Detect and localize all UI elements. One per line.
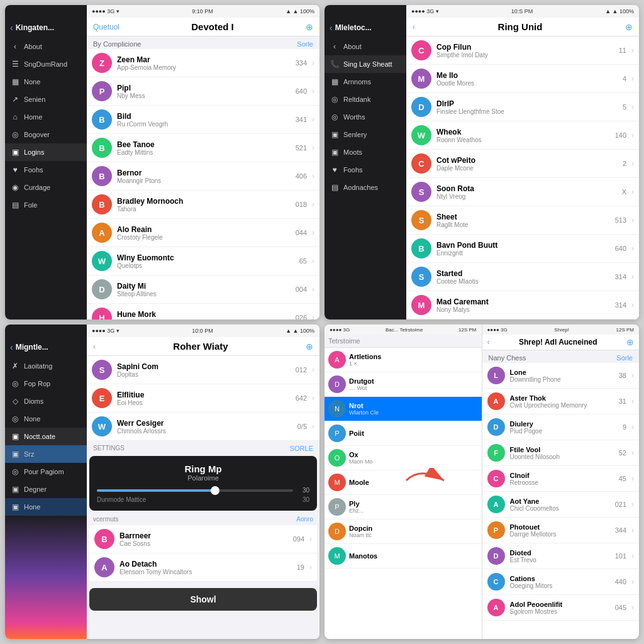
contact-item[interactable]: DDiuleryPiud Pogoe9› (482, 414, 640, 440)
sidebar-item-foohs[interactable]: ♥ Foohs (5, 161, 87, 179)
sidebar-item-none[interactable]: ▦ None (5, 73, 87, 91)
contact-item[interactable]: AAster ThokCwit Uprochecing Memonry31› (482, 389, 640, 414)
sidebar-item-arnnoms[interactable]: ▦ Arnnoms (325, 73, 406, 91)
contact-item[interactable]: FFtile VoolUoonted Nilosooh52› (482, 440, 640, 466)
list-item[interactable]: D Dopcin Noam ttc (325, 519, 482, 544)
contact-item[interactable]: DDlrIPFinslee Llengthfme Stoe5› (406, 93, 639, 121)
sort-button-br[interactable]: Sorle (616, 354, 633, 362)
contact-item[interactable]: A Alo Reain Crostoty Flegele 044 › (87, 219, 319, 247)
sidebar-item-reltdank[interactable]: ◎ Reltdank (325, 91, 406, 108)
slider-thumb[interactable] (211, 486, 219, 495)
nav-icon-br[interactable]: ⊕ (626, 337, 634, 347)
contact-item[interactable]: Z Zeen Mar App-Semoia Memory 334 › (87, 49, 319, 77)
contact-item[interactable]: CCop FilunSimpthe Imol Daty11› (406, 36, 639, 65)
list-item[interactable]: O Ox Maon Mo (325, 446, 482, 470)
contact-item[interactable]: CCationsOoeging Mitors440› (482, 569, 640, 595)
sidebar-item-noctt[interactable]: ▣Noctt.oate (5, 428, 87, 445)
contact-item[interactable]: CCot wPeitoDaple Mcone2› (406, 150, 639, 178)
contact-item[interactable]: EElflitiueEoi Heos642› (87, 384, 319, 413)
nav-back[interactable]: Quetuol (93, 23, 119, 31)
sidebar-item-about[interactable]: ‹ About (5, 38, 87, 55)
sidebar-item-about-tr[interactable]: ‹ About (325, 38, 406, 55)
avatar: B (92, 166, 112, 186)
contact-item[interactable]: AAo DetachElensorn Tomy Wincaltors19› (89, 553, 317, 582)
aonro-link[interactable]: Aonro (296, 516, 313, 523)
contact-item[interactable]: D Daity Mi Slteop Alltines 004 › (87, 275, 319, 304)
contact-item[interactable]: MMe IloOootle Mores4› (406, 65, 639, 93)
contact-item[interactable]: B Bee Tanoe Eadty Mittins 521 › (87, 134, 319, 162)
nav-back-br[interactable]: ‹ (487, 338, 490, 347)
sidebar-item-aodnaches[interactable]: ▤ Aodnaches (325, 179, 406, 196)
back-icon-bl[interactable]: ‹ (10, 342, 13, 352)
contact-item[interactable]: SSheetRagllt Mote513› (406, 206, 639, 235)
contact-item[interactable]: B Bradley Mornooch Tahora 018 › (87, 191, 319, 219)
contact-item[interactable]: P Pipl Nby Mess 640 › (87, 77, 319, 106)
sidebar-item-degner[interactable]: ▣Degner (5, 480, 87, 498)
contact-item[interactable]: W Wlny Euomontc Quelotps 65 › (87, 247, 319, 275)
settings-sort[interactable]: Sorle (290, 445, 313, 452)
contact-item[interactable]: LLoneDownntling Phone38› (482, 363, 640, 389)
sidebar-item-senien[interactable]: ↗ Senien (5, 91, 87, 108)
sidebar-item-dioms[interactable]: ◇Dioms (5, 392, 87, 410)
sidebar-item-none-bl[interactable]: ◎None (5, 410, 87, 428)
contact-item[interactable]: BBarrneerCae Sosns094› (89, 525, 317, 553)
list-item[interactable]: A Artletions 1 × (325, 348, 482, 372)
list-item[interactable]: M Manotos (325, 544, 482, 569)
sidebar-item-moots[interactable]: ▣ Moots (325, 143, 406, 161)
contact-item[interactable]: AAdol PeooenlifitSgolrom Mostres045› (482, 595, 640, 621)
contact-item[interactable]: B Bild Ru rCorrm Veogrh 341 › (87, 106, 319, 134)
sidebar-item-home[interactable]: ⌂ Home (5, 108, 87, 126)
nav-bar-br: ‹ Shrep! Adl Aucneined ⊕ (482, 335, 640, 350)
show-button-container: Showl (87, 582, 319, 617)
contact-item[interactable]: CClnoifRetroosse45› (482, 466, 640, 492)
sidebar-item-fop[interactable]: ◎Fop Rop (5, 375, 87, 392)
sidebar-item-sngdumrand[interactable]: ☰ SngDumRand (5, 55, 87, 73)
sidebar-item-senlery[interactable]: ▣ Senlery (325, 126, 406, 143)
sidebar-item-srz[interactable]: ▣Srz (5, 445, 87, 463)
contact-item[interactable]: SSaplni ComDopltas012› (87, 356, 319, 384)
list-item[interactable]: M Moole (325, 470, 482, 495)
contact-item[interactable]: WWheokRoonn Weathos140› (406, 121, 639, 150)
nav-back-tr[interactable]: ‹ (413, 23, 415, 31)
sidebar-item-laoit[interactable]: ✗Laoitatng (5, 357, 87, 375)
back-icon-tr[interactable]: ‹ (330, 23, 333, 33)
contact-item[interactable]: PPhotouetDarrge Mellotors344› (482, 518, 640, 543)
show-button[interactable]: Showl (89, 588, 317, 611)
sidebar-item-curdage[interactable]: ◉ Curdage (5, 179, 87, 196)
avatar: D (92, 279, 112, 299)
fole-icon: ▤ (10, 201, 20, 209)
nav-icon-tr[interactable]: ⊕ (625, 22, 633, 32)
contact-item[interactable]: SStartedCootee Mlaotis314› (406, 263, 639, 291)
sidebar-item-fole[interactable]: ▤ Fole (5, 196, 87, 214)
list-item[interactable]: P Poiit (325, 421, 482, 446)
avatar: A (92, 223, 112, 243)
sidebar-item-logins[interactable]: ▣ Logins (5, 143, 87, 161)
sidebar-item-hone[interactable]: ▣Hone (5, 498, 87, 516)
contact-item[interactable]: WWerr CesigerChmnols Arlossrs0/5› (87, 413, 319, 441)
sidebar-top-left: ‹ Kingaten... ‹ About ☰ SngDumRand ▦ Non… (5, 5, 87, 319)
list-item[interactable]: D Drutgot .... Wot (325, 372, 482, 397)
list-item[interactable]: P Ply Ehz... (325, 495, 482, 519)
sidebar-item-pour[interactable]: ◎Pour Pagiom (5, 463, 87, 480)
sidebar-item-worths[interactable]: ◎ Worths (325, 108, 406, 126)
contact-item[interactable]: MMad CaremantNony Matys314› (406, 291, 639, 319)
slider-track[interactable] (97, 489, 293, 492)
contact-item[interactable]: H Hune Mork Ntdtoty Leaeghe 026 › (87, 304, 319, 319)
nav-icon-bl[interactable]: ⊕ (306, 341, 313, 352)
contact-item[interactable]: BBavn Pond BuuttEnnizgntt640› (406, 235, 639, 263)
sidebar-item-bogover[interactable]: ◎ Bogover (5, 126, 87, 143)
nav-settings-icon[interactable]: ⊕ (306, 22, 313, 32)
sidebar-item-foohs-tr[interactable]: ♥ Foohs (325, 161, 406, 179)
back-icon[interactable]: ‹ (10, 23, 13, 33)
avatar: D (487, 547, 505, 565)
sidebar-header-bl: ‹ Migntle... (5, 325, 87, 357)
sidebar-header: ‹ Kingaten... (5, 5, 87, 38)
contact-item[interactable]: B Bernor Moanngir Ptons 406 › (87, 162, 319, 191)
sort-button[interactable]: Sorle (297, 40, 313, 48)
nav-back-bl[interactable]: ‹ (93, 342, 96, 351)
contact-item[interactable]: DDiotedEst Trevo101› (482, 543, 640, 569)
list-item-highlight[interactable]: N Nrot Wlarton Cle (325, 397, 482, 421)
sidebar-item-sing[interactable]: 📞 Sing Lay Sheatt (325, 55, 406, 73)
contact-item[interactable]: SSoon RotaNtyl VreogX› (406, 178, 639, 206)
contact-item[interactable]: AAot YaneChicl Cooomeltos021› (482, 492, 640, 518)
